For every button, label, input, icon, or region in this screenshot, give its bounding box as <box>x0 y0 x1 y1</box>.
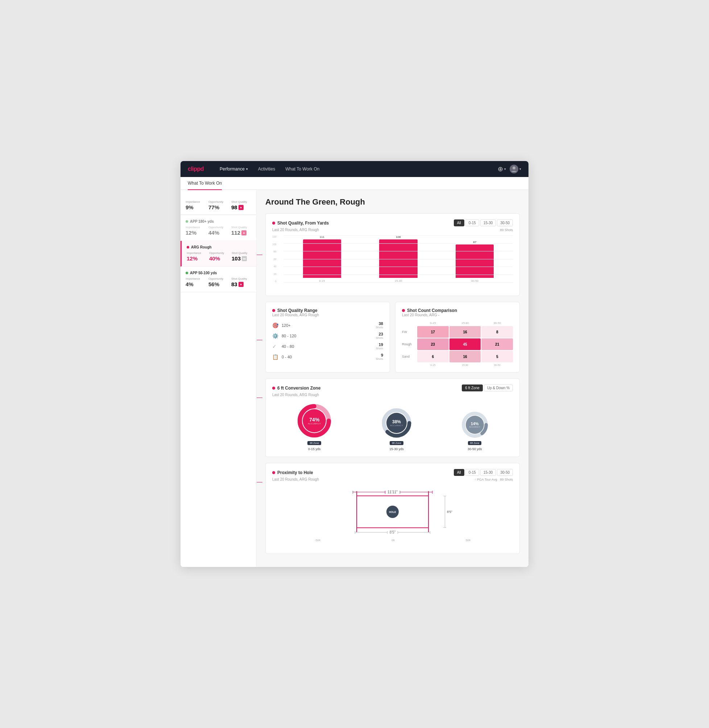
target-icon: 🎯 <box>272 323 280 328</box>
shot-quality-filters: All 0-15 15-30 30-50 <box>454 219 513 227</box>
hm-fw-15-30: 16 <box>449 326 481 338</box>
conversion-zone-title: 6 ft Conversion Zone <box>272 386 320 391</box>
sq-up-arrow-icon: ▲ <box>239 205 244 210</box>
nav-what-to-work-on[interactable]: What To Work On <box>280 161 324 177</box>
sidebar-item-arg-rough[interactable]: ARG Rough Importance 12% Opportunity 40%… <box>181 241 256 267</box>
shot-count-title: Shot Count Comparison <box>402 308 513 313</box>
hm-rough-0-15: 23 <box>417 338 449 350</box>
proximity-x-axis: -50ft 0ft 50ft <box>311 539 474 542</box>
hole-circle: HOLE <box>387 506 399 518</box>
shot-quality-card: Shot Quality, From Yards All 0-15 15-30 … <box>266 213 520 296</box>
shot-quality-header: Shot Quality, From Yards All 0-15 15-30 … <box>272 219 513 227</box>
filter-updown-btn[interactable]: Up & Down % <box>484 384 513 392</box>
section-2-anchor: 2 Shot Quality Range Last 20 Rounds, ARG… <box>266 302 520 378</box>
section-1-anchor: 1 Shot Quality, From Yards All 0-15 15-3 <box>266 213 520 296</box>
annotation-line-2 <box>257 340 263 340</box>
sqr-list: 🎯 120+ 38 Shots ⚙️ 80 - 120 <box>272 322 383 361</box>
filter-15-30-btn[interactable]: 15-30 <box>480 219 496 227</box>
section-dot-sc <box>402 309 405 312</box>
proximity-rect: HOLE 8'5" <box>356 496 429 528</box>
proximity-filter-0-15[interactable]: 0-15 <box>465 469 479 476</box>
pga-tour-avg-label: ↑ PGA Tour Avg <box>474 478 497 481</box>
annotation-line-1 <box>257 254 263 255</box>
content-area: Around The Green, Rough 1 Shot Quality, … <box>257 190 528 567</box>
donut-30-50: 14% ACCURACY 6ft Zone 30-50 yds <box>461 411 489 451</box>
donut-row: 74% ACCURACY 6ft Zone 0-15 yds <box>272 403 513 451</box>
donut-15-30: 38% ACCURACY 6ft Zone 15-30 yds <box>381 407 413 451</box>
sqr-item-80-120: ⚙️ 80 - 120 23 Shots <box>272 332 383 339</box>
proximity-filter-15-30[interactable]: 15-30 <box>480 469 496 476</box>
bar-gridlines <box>284 235 513 282</box>
hm-rough-15-30: 45 <box>449 338 481 350</box>
sq-up-icon-0: ▲ <box>241 230 247 235</box>
sub-nav: What To Work On <box>181 177 528 190</box>
proximity-filter-all[interactable]: All <box>454 469 464 476</box>
filter-30-50-btn[interactable]: 30-50 <box>497 219 513 227</box>
sub-tab-what-to-work-on[interactable]: What To Work On <box>188 177 222 190</box>
annotation-line-3 <box>257 398 263 398</box>
section-dot-cz <box>272 387 275 390</box>
page-title: Around The Green, Rough <box>266 197 520 207</box>
sidebar-opportunity: Opportunity 77% <box>209 200 228 211</box>
nav-activities[interactable]: Activities <box>253 161 280 177</box>
check-icon: ✓ <box>272 344 280 349</box>
width-label-bottom: 8'5" <box>390 530 396 534</box>
sidebar-item-app50[interactable]: APP 50-100 yds Importance 4% Opportunity… <box>181 267 256 292</box>
dot-red-icon <box>187 246 189 249</box>
avatar[interactable]: ▾ <box>510 165 521 173</box>
hm-rough-30-50: 21 <box>481 338 513 350</box>
proximity-header: Proximity to Hole All 0-15 15-30 30-50 <box>272 469 513 476</box>
logo[interactable]: clippd <box>188 166 204 172</box>
proximity-shots: 89 Shots <box>500 478 513 481</box>
section-4-anchor: 4 Proximity to Hole All 0-15 15-30 <box>266 463 520 554</box>
sidebar-importance: Importance 9% <box>185 200 206 211</box>
heatmap-row-sand: Sand 6 16 5 <box>402 351 513 363</box>
two-col-section: Shot Quality Range Last 20 Rounds, ARG R… <box>266 302 520 378</box>
notification-icon[interactable]: ⊕ ▾ <box>497 165 506 173</box>
hm-sand-0-15: 6 <box>417 351 449 363</box>
donut-0-15: 74% ACCURACY 6ft Zone 0-15 yds <box>296 403 333 451</box>
clipboard-icon: 📋 <box>272 354 280 360</box>
chevron-down-icon: ▾ <box>246 167 248 171</box>
filter-0-15-btn[interactable]: 0-15 <box>465 219 479 227</box>
dot-green-icon <box>185 220 188 223</box>
hm-sand-15-30: 16 <box>449 351 481 363</box>
proximity-title: Proximity to Hole <box>272 470 313 475</box>
conversion-zone-filters: 6 ft Zone Up & Down % <box>462 384 513 392</box>
section-dot-icon <box>272 222 275 225</box>
x-label-right: 50ft <box>466 539 470 542</box>
nav-performance[interactable]: Performance ▾ <box>214 161 253 177</box>
sidebar-item-app180[interactable]: APP 180+ yds Importance 12% Opportunity … <box>181 215 256 241</box>
proximity-card: Proximity to Hole All 0-15 15-30 30-50 L… <box>266 463 520 554</box>
donut-badge-2: 6ft Zone <box>390 441 403 445</box>
proximity-diagram: 11'11" <box>272 487 513 548</box>
filter-all-btn[interactable]: All <box>454 219 464 227</box>
hm-fw-30-50: 8 <box>481 326 513 338</box>
shot-count-subtitle: Last 20 Rounds, ARG - <box>402 313 513 317</box>
conversion-zone-subtitle: Last 20 Rounds, ARG Rough <box>272 393 513 397</box>
sqr-item-40-80: ✓ 40 - 80 19 Shots <box>272 342 383 350</box>
section-dot-prox <box>272 471 275 474</box>
section-3-anchor: 3 6 ft Conversion Zone 6 ft Zone Up & Do… <box>266 378 520 457</box>
sq-up-icon-2: ▲ <box>239 282 244 287</box>
sqr-title: Shot Quality Range <box>272 308 383 313</box>
sidebar: Importance 9% Opportunity 77% Shot Quali… <box>181 190 257 567</box>
donut-label-3: 30-50 yds <box>468 447 482 451</box>
shot-count-card: Shot Count Comparison Last 20 Rounds, AR… <box>395 302 520 373</box>
avatar-chevron: ▾ <box>519 167 521 171</box>
proximity-filters: All 0-15 15-30 30-50 <box>454 469 513 476</box>
x-label-center: 0ft <box>391 539 395 542</box>
section-dot-sqr <box>272 309 275 312</box>
height-label: 8'5" <box>447 510 452 514</box>
filter-6ft-btn[interactable]: 6 ft Zone <box>462 384 483 392</box>
donut-badge-3: 6ft Zone <box>468 441 482 445</box>
shot-quality-subtitle: Last 20 Rounds, ARG Rough <box>272 228 319 232</box>
donut-label-1: 0-15 yds <box>308 447 321 451</box>
svg-point-1 <box>512 167 515 170</box>
proximity-filter-30-50[interactable]: 30-50 <box>497 469 513 476</box>
gear-icon: ⚙️ <box>272 333 280 339</box>
donut-label-2: 15-30 yds <box>389 447 404 451</box>
donut-badge-1: 6ft Zone <box>307 441 321 445</box>
nav-right: ⊕ ▾ ▾ <box>497 165 521 173</box>
sqr-item-120plus: 🎯 120+ 38 Shots <box>272 322 383 329</box>
